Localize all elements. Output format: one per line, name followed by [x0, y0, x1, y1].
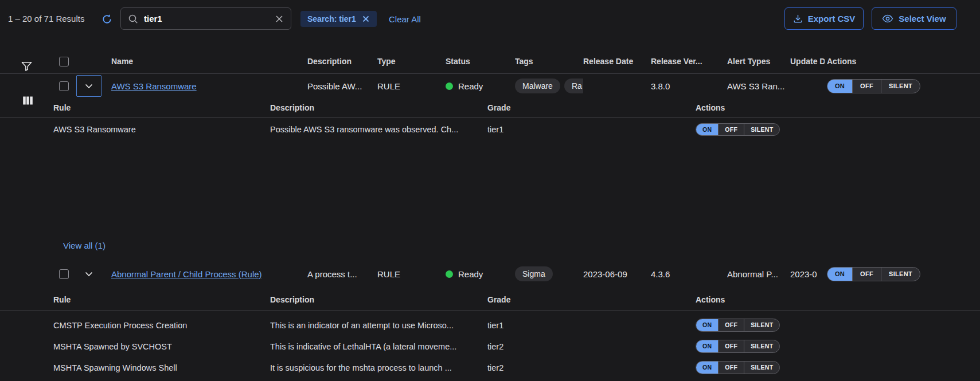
column-header-alert-types: Alert Types [727, 49, 787, 73]
view-all-link[interactable]: View all (1) [63, 241, 106, 250]
chevron-down-icon [85, 84, 93, 89]
release-date-cell [583, 74, 647, 98]
toggle-silent-segment[interactable]: SILENT [744, 340, 779, 352]
search-box[interactable] [120, 7, 291, 30]
status-cell: Ready [446, 261, 512, 286]
alert-types-cell: Abnormal P... [727, 261, 787, 286]
export-csv-button[interactable]: Export CSV [784, 7, 864, 30]
sub-rule-grade: tier1 [487, 315, 692, 336]
sub-rule-description: It is suspicious for the mshta process t… [270, 357, 484, 378]
refresh-icon [101, 13, 113, 25]
type-cell: RULE [377, 261, 442, 286]
rule-name-link[interactable]: Abnormal Parent / Child Process (Rule) [111, 269, 262, 279]
eye-icon [882, 14, 893, 23]
sub-rule-description: This is indicative of LethalHTA (a later… [270, 336, 484, 357]
status-cell: Ready [446, 74, 512, 98]
subcolumn-description: Description [270, 289, 484, 310]
alert-mode-toggle: ON OFF SILENT [696, 319, 780, 332]
sub-rule-name: CMSTP Execution Process Creation [53, 315, 267, 336]
expand-row-button[interactable] [76, 263, 101, 285]
toggle-silent-segment[interactable]: SILENT [881, 80, 920, 93]
toggle-on-segment[interactable]: ON [696, 340, 718, 352]
search-input[interactable] [144, 14, 269, 23]
tags-cell: Malware Ra [515, 74, 583, 98]
tags-cell: Sigma [515, 261, 583, 286]
toggle-on-segment[interactable]: ON [827, 80, 852, 93]
alert-mode-toggle: ON OFF SILENT [827, 267, 920, 281]
sub-rule-grade: tier2 [487, 357, 692, 378]
tag-pill: Malware [515, 78, 560, 93]
alert-mode-toggle: ON OFF SILENT [696, 361, 780, 374]
toggle-off-segment[interactable]: OFF [852, 268, 881, 281]
status-ready-dot [446, 270, 453, 278]
results-count: 1 – 20 of 71 Results [8, 14, 84, 23]
expand-row-button[interactable] [76, 75, 101, 97]
subcolumn-grade: Grade [487, 98, 692, 117]
sub-rule-name: MSHTA Spawned by SVCHOST [53, 336, 267, 357]
clear-all-link[interactable]: Clear All [389, 14, 421, 24]
rule-row-abnormal-parent-child: Abnormal Parent / Child Process (Rule) A… [0, 261, 980, 286]
sub-rule-row: CMSTP Execution Process Creation This is… [0, 315, 980, 336]
toggle-on-segment[interactable]: ON [696, 362, 718, 374]
sub-table-header: Rule Description Grade Actions [0, 289, 980, 311]
header-checkbox[interactable] [59, 57, 69, 66]
search-clear-icon[interactable] [275, 14, 284, 23]
column-header-release-version: Release Ver... [651, 49, 723, 73]
sub-rule-name: MSHTA Spawning Windows Shell [53, 357, 267, 378]
description-cell: A process t... [307, 261, 374, 286]
column-header-update-date: Update D [790, 49, 825, 73]
toggle-off-segment[interactable]: OFF [718, 319, 744, 331]
column-header-description: Description [307, 49, 374, 73]
status-label: Ready [458, 81, 483, 91]
row-checkbox[interactable] [59, 269, 69, 279]
subcolumn-rule: Rule [53, 98, 267, 117]
select-view-button[interactable]: Select View [872, 7, 956, 30]
subcolumn-actions: Actions [696, 98, 868, 117]
alert-mode-toggle: ON OFF SILENT [827, 79, 920, 93]
refresh-button[interactable] [99, 11, 114, 26]
chip-label: Search: tier1 [307, 14, 356, 23]
search-filter-chip[interactable]: Search: tier1 [300, 11, 377, 27]
toggle-silent-segment[interactable]: SILENT [744, 124, 779, 136]
alert-mode-toggle: ON OFF SILENT [696, 340, 780, 353]
alert-mode-toggle: ON OFF SILENT [696, 123, 780, 136]
release-date-cell: 2023-06-09 [583, 261, 647, 286]
sub-rule-grade: tier1 [487, 118, 692, 141]
rule-name-link[interactable]: AWS S3 Ransomware [111, 81, 197, 91]
toggle-off-segment[interactable]: OFF [718, 340, 744, 352]
status-label: Ready [458, 269, 483, 279]
toggle-on-segment[interactable]: ON [696, 124, 718, 136]
row-checkbox[interactable] [59, 81, 69, 91]
table-header-row: Name Description Type Status Tags Releas… [0, 49, 980, 74]
sub-table-header: Rule Description Grade Actions [0, 98, 980, 118]
alert-types-cell: AWS S3 Ran... [727, 74, 787, 98]
release-version-cell: 4.3.6 [651, 261, 723, 286]
sub-rule-description: This is an indicator of an attempt to us… [270, 315, 484, 336]
sub-rule-row: MSHTA Spawning Windows Shell It is suspi… [0, 357, 980, 378]
toggle-off-segment[interactable]: OFF [718, 124, 744, 136]
subcolumn-grade: Grade [487, 289, 692, 310]
sub-rule-actions: ON OFF SILENT [696, 118, 868, 141]
download-icon [793, 14, 803, 23]
toggle-on-segment[interactable]: ON [827, 268, 852, 281]
tag-pill: Ra [564, 78, 583, 93]
subcolumn-actions: Actions [696, 289, 868, 310]
toggle-silent-segment[interactable]: SILENT [744, 319, 779, 331]
chip-close-icon[interactable] [362, 15, 370, 23]
sub-rule-description: Possible AWS S3 ransomware was observed.… [270, 118, 484, 141]
toggle-silent-segment[interactable]: SILENT [744, 362, 779, 374]
subcolumn-description: Description [270, 98, 484, 117]
toggle-off-segment[interactable]: OFF [852, 80, 881, 93]
column-header-name: Name [111, 49, 304, 73]
export-csv-label: Export CSV [808, 14, 856, 23]
description-cell: Possible AW... [307, 74, 374, 98]
sub-rule-actions: ON OFF SILENT [696, 315, 868, 336]
toggle-off-segment[interactable]: OFF [718, 362, 744, 374]
chevron-down-icon [85, 272, 93, 277]
tag-pill: Sigma [515, 266, 553, 281]
column-header-actions: Actions [827, 49, 976, 73]
toggle-silent-segment[interactable]: SILENT [881, 268, 920, 281]
sub-rule-name: AWS S3 Ransomware [53, 118, 267, 141]
toggle-on-segment[interactable]: ON [696, 319, 718, 331]
rule-row-aws-s3-ransomware: AWS S3 Ransomware Possible AW... RULE Re… [0, 74, 980, 98]
